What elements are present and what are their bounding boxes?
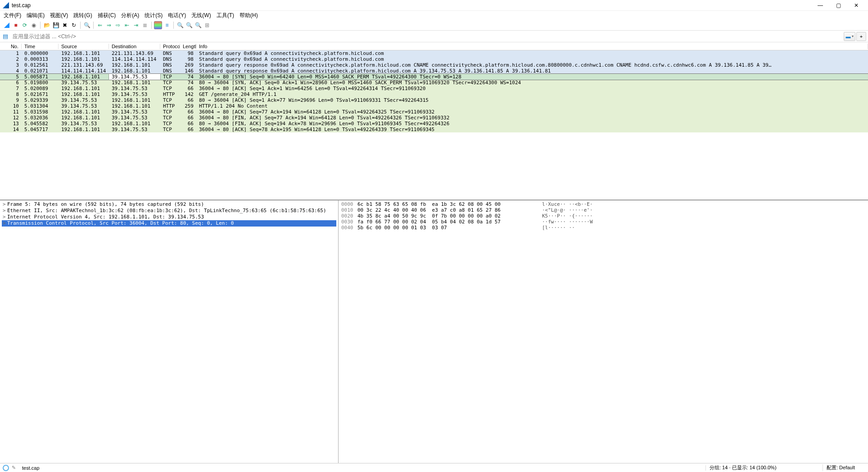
save-file-icon[interactable]: 💾 — [52, 21, 60, 29]
resize-columns-icon[interactable]: ≡ — [163, 21, 171, 29]
display-filter-bar: ▤ ▬▾ + — [0, 31, 868, 42]
menu-item[interactable]: 帮助(H) — [240, 12, 258, 19]
menu-item[interactable]: 文件(F) — [4, 12, 21, 19]
stop-capture-icon[interactable]: ■ — [12, 21, 20, 29]
packet-row[interactable]: 75.020089192.168.1.10139.134.75.53TCP663… — [0, 86, 868, 91]
main-toolbar: ■ ⟳ ◉ 📂 💾 ✖ ↻ 🔍 ⇐ ⇒ ⇨ ⇤ ⇥ ≣ ≡ 🔍 🔍 🔍 ⊞ — [0, 20, 868, 31]
packet-list-pane: No. Time Source Destination Protocol Len… — [0, 42, 868, 200]
lower-panes: >Frame 5: 74 bytes on wire (592 bits), 7… — [0, 200, 868, 463]
tree-node[interactable]: >Frame 5: 74 bytes on wire (592 bits), 7… — [2, 201, 336, 208]
packet-row[interactable]: 40.021071114.114.114.114192.168.1.101DNS… — [0, 68, 868, 74]
capture-options-icon[interactable]: ◉ — [30, 21, 38, 29]
menu-item[interactable]: 跳转(G) — [73, 12, 92, 19]
colorize-icon[interactable] — [154, 21, 162, 29]
app-icon — [3, 2, 9, 9]
maximize-button[interactable]: ▢ — [829, 0, 847, 10]
expand-icon[interactable]: > — [3, 201, 7, 208]
packet-row[interactable]: 55.005871192.168.1.10139.134.75.53TCP743… — [0, 74, 868, 80]
packet-list-header: No. Time Source Destination Protocol Len… — [0, 42, 868, 50]
auto-scroll-icon[interactable]: ≣ — [141, 21, 149, 29]
menu-item[interactable]: 无线(W) — [191, 12, 211, 19]
menu-item[interactable]: 编辑(E) — [27, 12, 45, 19]
go-to-packet-icon[interactable]: ⇨ — [114, 21, 122, 29]
title-bar: test.cap — ▢ ✕ — [0, 0, 868, 11]
column-header-destination[interactable]: Destination — [109, 44, 160, 49]
toolbar-separator — [80, 22, 81, 29]
menu-item[interactable]: 电话(Y) — [168, 12, 186, 19]
status-profile[interactable]: 配置: Default — [823, 464, 868, 471]
bookmark-icon[interactable]: ▤ — [2, 33, 9, 40]
packet-details-pane[interactable]: >Frame 5: 74 bytes on wire (592 bits), 7… — [0, 200, 339, 463]
zoom-out-icon[interactable]: 🔍 — [185, 21, 193, 29]
column-header-no[interactable]: No. — [0, 44, 22, 49]
column-header-info[interactable]: Info — [196, 44, 868, 49]
menu-item[interactable]: 捕获(C) — [98, 12, 116, 19]
tree-node[interactable]: >Transmission Control Protocol, Src Port… — [2, 220, 336, 227]
packet-row[interactable]: 65.01980039.134.75.53192.168.1.101TCP748… — [0, 80, 868, 86]
hex-row[interactable]: 001000 3c 22 4c 40 00 40 06 e3 a7 c0 a8 … — [341, 207, 865, 213]
status-bar: ✎ test.cap 分组: 14 · 已显示: 14 (100.0%) 配置:… — [0, 463, 868, 472]
toolbar-separator — [93, 22, 94, 29]
menu-item[interactable]: 视图(V) — [50, 12, 68, 19]
close-file-icon[interactable]: ✖ — [61, 21, 69, 29]
status-packets: 分组: 14 · 已显示: 14 (100.0%) — [706, 464, 823, 471]
zoom-in-icon[interactable]: 🔍 — [176, 21, 184, 29]
packet-row[interactable]: 105.03130439.134.75.53192.168.1.101HTTP2… — [0, 103, 868, 109]
menu-item[interactable]: 分析(A) — [121, 12, 139, 19]
filter-dropdown-button[interactable]: ▬▾ — [844, 32, 855, 41]
go-back-icon[interactable]: ⇐ — [96, 21, 104, 29]
status-file: test.cap — [18, 465, 706, 471]
hex-row[interactable]: 00006c b1 58 75 63 65 08 fb ea 1b 3c 62 … — [341, 201, 865, 207]
display-filter-input[interactable] — [11, 32, 843, 41]
column-header-protocol[interactable]: Protocol — [160, 44, 180, 49]
column-header-source[interactable]: Source — [59, 44, 109, 49]
packet-row[interactable]: 115.031598192.168.1.10139.134.75.53TCP66… — [0, 109, 868, 115]
packet-list-body[interactable]: 10.000000192.168.1.101221.131.143.69DNS9… — [0, 50, 868, 200]
open-file-icon[interactable]: 📂 — [43, 21, 51, 29]
minimize-button[interactable]: — — [811, 0, 829, 10]
tree-node[interactable]: >Internet Protocol Version 4, Src: 192.1… — [2, 214, 336, 220]
packet-row[interactable]: 95.02933939.134.75.53192.168.1.101TCP668… — [0, 97, 868, 103]
toolbar-separator — [40, 22, 41, 29]
start-capture-icon[interactable] — [3, 21, 11, 29]
packet-row[interactable]: 125.032036192.168.1.10139.134.75.53TCP66… — [0, 115, 868, 121]
toolbar-separator — [173, 22, 174, 29]
tree-node[interactable]: >Ethernet II, Src: AMPAKTechnol_1b:3c:62… — [2, 208, 336, 214]
close-button[interactable]: ✕ — [847, 0, 865, 10]
hex-row[interactable]: 00405b 6c 00 00 00 00 01 03 03 07[l·····… — [341, 225, 865, 231]
window-title: test.cap — [12, 2, 811, 9]
expand-icon[interactable]: > — [3, 214, 7, 220]
toolbar-separator — [151, 22, 152, 29]
packet-row[interactable]: 10.000000192.168.1.101221.131.143.69DNS9… — [0, 50, 868, 56]
menu-item[interactable]: 统计(S) — [145, 12, 163, 19]
expert-info-icon[interactable] — [3, 465, 9, 471]
hex-row[interactable]: 00204b 35 8c a4 00 50 9c 9c 0f 7b 00 00 … — [341, 213, 865, 219]
packet-row[interactable]: 30.012561221.131.143.69192.168.1.101DNS2… — [0, 62, 868, 68]
menu-item[interactable]: 工具(T) — [217, 12, 234, 19]
column-header-length[interactable]: Length — [180, 44, 196, 49]
packet-row[interactable]: 20.000313192.168.1.101114.114.114.114DNS… — [0, 56, 868, 62]
packet-row[interactable]: 145.045717192.168.1.10139.134.75.53TCP66… — [0, 127, 868, 132]
go-first-icon[interactable]: ⇤ — [123, 21, 131, 29]
hex-row[interactable]: 0030fa f0 66 77 00 00 02 04 05 b4 04 02 … — [341, 219, 865, 225]
menu-bar: 文件(F)编辑(E)视图(V)跳转(G)捕获(C)分析(A)统计(S)电话(Y)… — [0, 11, 868, 20]
go-forward-icon[interactable]: ⇒ — [105, 21, 113, 29]
expand-icon[interactable]: > — [3, 208, 7, 214]
packet-row[interactable]: 135.04558239.134.75.53192.168.1.101TCP66… — [0, 121, 868, 127]
capture-file-properties-icon[interactable]: ✎ — [12, 465, 16, 471]
column-header-time[interactable]: Time — [22, 44, 59, 49]
packet-bytes-pane[interactable]: 00006c b1 58 75 63 65 08 fb ea 1b 3c 62 … — [339, 200, 868, 463]
reload-icon[interactable]: ↻ — [70, 21, 78, 29]
filter-add-button[interactable]: + — [856, 32, 866, 41]
find-icon[interactable]: 🔍 — [83, 21, 91, 29]
packet-row[interactable]: 85.021671192.168.1.10139.134.75.53HTTP14… — [0, 91, 868, 97]
expand-icon[interactable]: > — [3, 220, 7, 227]
go-last-icon[interactable]: ⇥ — [132, 21, 140, 29]
zoom-reset-icon[interactable]: 🔍 — [194, 21, 202, 29]
restart-capture-icon[interactable]: ⟳ — [21, 21, 29, 29]
resize-all-icon[interactable]: ⊞ — [203, 21, 211, 29]
